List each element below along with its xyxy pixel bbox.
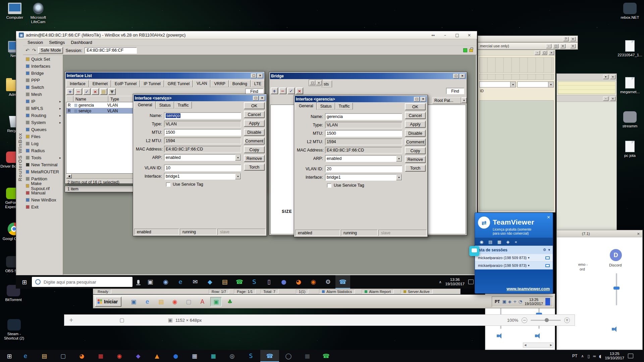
chevron-down-icon[interactable]: ▾ bbox=[528, 256, 530, 259]
taskbar-icon-share[interactable]: ◆ bbox=[203, 275, 217, 289]
quick-launch-icon-app-red[interactable]: A bbox=[197, 297, 208, 306]
dialog-tab[interactable]: General bbox=[135, 101, 156, 109]
field-input[interactable]: 10 bbox=[164, 165, 241, 171]
bridge-titlebar[interactable]: Bridge □× bbox=[270, 73, 466, 79]
dropdown-button[interactable] bbox=[396, 174, 402, 180]
move-tool-icon[interactable]: + bbox=[69, 317, 73, 323]
tab[interactable]: LTE bbox=[251, 80, 265, 87]
dialog-tab[interactable]: Status bbox=[317, 103, 335, 110]
field-input[interactable]: bridge1 bbox=[325, 174, 402, 181]
sidebar-item[interactable]: Exit bbox=[23, 203, 63, 210]
tray-icon[interactable]: ≈ bbox=[593, 354, 596, 359]
field-input[interactable]: 1594 bbox=[325, 138, 402, 145]
quick-launch-icon-tree[interactable]: ♣ bbox=[224, 297, 235, 306]
taskbar-icon-settings[interactable]: ⚙ bbox=[321, 275, 335, 289]
microphone-icon[interactable] bbox=[137, 280, 140, 284]
dialog-button[interactable]: Remove bbox=[405, 156, 426, 163]
quick-launch-icon-folder[interactable]: ▤ bbox=[155, 297, 167, 306]
toolbar-icon-redo[interactable]: ↷ bbox=[32, 48, 36, 53]
desktop-icon-megarnet[interactable]: megarnet... bbox=[617, 77, 643, 94]
dropdown-button[interactable] bbox=[235, 155, 241, 161]
tab[interactable]: VRRP bbox=[211, 80, 228, 87]
sidebar-item[interactable]: Routing ▸ bbox=[23, 112, 63, 119]
scroll-right-icon[interactable]: ▶ bbox=[550, 344, 552, 347]
sidebar-item[interactable]: Make Supout.rif bbox=[23, 182, 63, 189]
close-icon[interactable]: × bbox=[637, 232, 640, 236]
toolbar-button-filter[interactable]: ▼ bbox=[108, 88, 116, 95]
taskbar-icon-explorer[interactable]: ▤ bbox=[35, 350, 54, 362]
taskbar-icon-skype[interactable]: S bbox=[241, 350, 260, 362]
tray-icon[interactable]: ◔ bbox=[519, 299, 522, 304]
caption-button-close[interactable]: × bbox=[549, 51, 554, 55]
tray-icon[interactable]: ◈ bbox=[508, 299, 512, 304]
use-service-tag-row[interactable]: Use Service Tag bbox=[166, 182, 203, 187]
tab[interactable]: Bonding bbox=[229, 80, 251, 87]
sidebar-item[interactable]: Quick Set bbox=[23, 56, 63, 63]
taskbar-icon-steam[interactable]: ◯ bbox=[279, 350, 298, 362]
field-input[interactable]: 1594 bbox=[164, 137, 241, 144]
caption-button-collapse[interactable]: ▾ bbox=[603, 75, 608, 79]
sidebar-item[interactable]: Log bbox=[23, 140, 63, 147]
sidebar-item[interactable]: Interfaces bbox=[23, 63, 63, 70]
speaker-icon[interactable] bbox=[535, 333, 543, 339]
mixer-titlebar[interactable]: (7.1) × bbox=[557, 230, 642, 237]
desktop-icon-steam-shortcut[interactable]: Steam - Shortcut (2) bbox=[1, 319, 27, 341]
session-row[interactable]: mickaelparaizo (198 509 873) ▾ bbox=[475, 254, 553, 262]
dialog-button[interactable]: Cancel bbox=[405, 112, 426, 119]
checkbox[interactable] bbox=[327, 183, 331, 188]
dialog-tab[interactable]: General bbox=[296, 102, 317, 110]
caption-button-drag[interactable]: ↔ bbox=[428, 33, 438, 38]
taskbar-icon-winbox[interactable]: ▦ bbox=[185, 350, 204, 362]
language-indicator[interactable]: PT bbox=[495, 299, 500, 304]
toolbar-icon-collapse[interactable]: « bbox=[515, 239, 517, 244]
clock[interactable]: 13:36 19/10/2017 bbox=[445, 278, 465, 286]
desktop-icon-lifecam[interactable]: Microsoft LifeCam bbox=[25, 3, 51, 24]
sidebar-item[interactable]: Radius bbox=[23, 147, 63, 154]
dialog-button[interactable]: Torch bbox=[244, 164, 265, 171]
taskbar-icon-phone[interactable]: ☎ bbox=[335, 275, 350, 289]
caption-button-help[interactable]: ? bbox=[563, 37, 569, 41]
caption-button-close[interactable]: × bbox=[464, 33, 474, 38]
taskbar-icon-vlc[interactable]: ▲ bbox=[148, 350, 166, 362]
taskbar-icon-console[interactable]: ▢ bbox=[54, 350, 72, 362]
taskbar-icon-firefox[interactable]: ◕ bbox=[291, 275, 306, 289]
volume-slider-knob[interactable] bbox=[613, 287, 620, 290]
dialog-button[interactable]: Apply bbox=[244, 120, 265, 127]
taskbar-icon-obs[interactable]: ◎ bbox=[223, 350, 241, 362]
start-button[interactable]: ⊞ bbox=[3, 350, 16, 362]
taskbar-icon-app-purple[interactable]: ◆ bbox=[129, 350, 148, 362]
taskbar-icon-phone[interactable]: ☎ bbox=[260, 350, 279, 362]
toolbar-button-disable[interactable]: × bbox=[92, 88, 99, 95]
field-input[interactable]: 20 bbox=[325, 166, 402, 172]
teamviewer-link[interactable]: www.teamviewer.com bbox=[506, 287, 550, 291]
tray-chevron-icon[interactable]: ∧ bbox=[439, 280, 441, 284]
monitor-icon[interactable] bbox=[545, 256, 550, 259]
scroll-left-icon[interactable]: ◀ bbox=[524, 344, 526, 347]
quick-launch-icon-ie[interactable]: e bbox=[142, 297, 153, 306]
interface-list-titlebar[interactable]: Interface List □× bbox=[66, 72, 264, 79]
caption-button-maximize[interactable]: □ bbox=[553, 44, 558, 48]
task-view-icon[interactable]: ▣ bbox=[147, 279, 153, 285]
sidebar-item[interactable]: Files bbox=[23, 133, 63, 140]
field-input[interactable]: E4:8D:8C:1F:66:CD bbox=[164, 146, 241, 153]
sidebar-item[interactable]: MPLS ▸ bbox=[23, 105, 63, 112]
caption-button-close[interactable]: × bbox=[420, 97, 426, 102]
toolbar-button-add[interactable]: + bbox=[66, 88, 74, 95]
field-input[interactable]: 1500 bbox=[164, 129, 241, 136]
dialog-tab[interactable]: Traffic bbox=[335, 103, 353, 110]
zoom-slider-knob[interactable] bbox=[545, 318, 549, 322]
field-input[interactable]: enabled bbox=[164, 154, 241, 161]
toolbar-icon-chat[interactable]: ▤ bbox=[488, 239, 492, 244]
dialog-tab[interactable]: Traffic bbox=[174, 102, 192, 109]
taskbar-icon-discord[interactable]: ● bbox=[276, 275, 291, 289]
taskbar-icon-app-red[interactable]: ■ bbox=[91, 350, 110, 362]
field-input[interactable]: bridge1 bbox=[164, 173, 241, 180]
desktop-icon-streamm[interactable]: streamm bbox=[617, 111, 643, 128]
desktop-icon-pc-jota[interactable]: pc jota bbox=[617, 141, 643, 158]
taskbar-icon-chrome[interactable]: ◉ bbox=[306, 275, 321, 289]
sidebar-item[interactable]: MetaROUTER bbox=[23, 168, 63, 175]
dialog-titlebar[interactable]: Interface <serviço> □× bbox=[134, 95, 266, 101]
gear-icon[interactable]: ⚙ bbox=[543, 248, 546, 252]
tab[interactable]: EoIP Tunnel bbox=[111, 80, 140, 87]
taskbar-icon-app-teal[interactable]: ■ bbox=[204, 350, 223, 362]
